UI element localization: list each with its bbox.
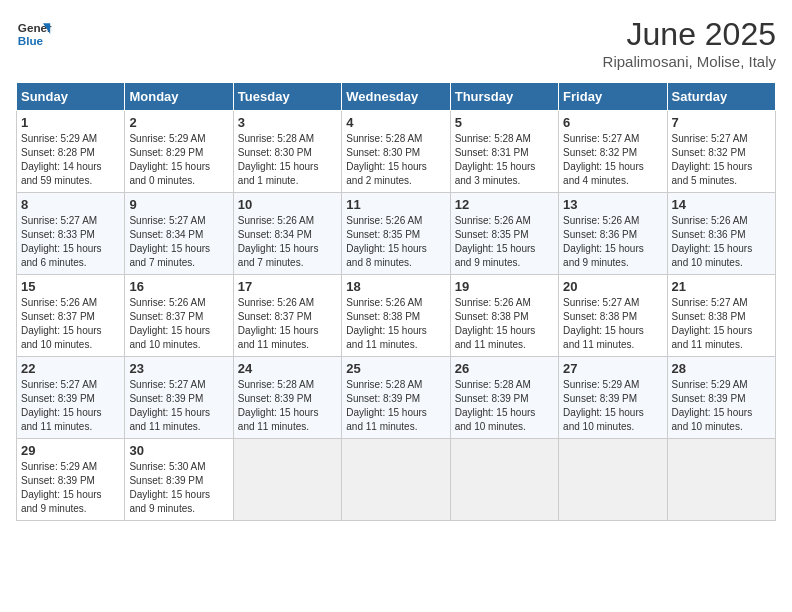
day-number: 24 [238,361,337,376]
day-number: 20 [563,279,662,294]
day-number: 21 [672,279,771,294]
weekday-header-monday: Monday [125,83,233,111]
day-number: 5 [455,115,554,130]
day-info: Sunrise: 5:29 AM Sunset: 8:39 PM Dayligh… [21,460,120,516]
calendar-title: June 2025 [603,16,776,53]
weekday-header-row: SundayMondayTuesdayWednesdayThursdayFrid… [17,83,776,111]
calendar-cell: 20Sunrise: 5:27 AM Sunset: 8:38 PM Dayli… [559,275,667,357]
day-number: 18 [346,279,445,294]
day-number: 14 [672,197,771,212]
day-number: 7 [672,115,771,130]
day-number: 23 [129,361,228,376]
calendar-cell: 19Sunrise: 5:26 AM Sunset: 8:38 PM Dayli… [450,275,558,357]
day-number: 4 [346,115,445,130]
day-info: Sunrise: 5:28 AM Sunset: 8:30 PM Dayligh… [346,132,445,188]
day-number: 26 [455,361,554,376]
weekday-header-tuesday: Tuesday [233,83,341,111]
calendar-cell: 3Sunrise: 5:28 AM Sunset: 8:30 PM Daylig… [233,111,341,193]
calendar-cell: 23Sunrise: 5:27 AM Sunset: 8:39 PM Dayli… [125,357,233,439]
calendar-cell [342,439,450,521]
day-info: Sunrise: 5:27 AM Sunset: 8:32 PM Dayligh… [563,132,662,188]
calendar-cell: 15Sunrise: 5:26 AM Sunset: 8:37 PM Dayli… [17,275,125,357]
calendar-cell: 10Sunrise: 5:26 AM Sunset: 8:34 PM Dayli… [233,193,341,275]
day-info: Sunrise: 5:26 AM Sunset: 8:37 PM Dayligh… [21,296,120,352]
day-number: 3 [238,115,337,130]
title-area: June 2025 Ripalimosani, Molise, Italy [603,16,776,70]
calendar-cell: 21Sunrise: 5:27 AM Sunset: 8:38 PM Dayli… [667,275,775,357]
day-info: Sunrise: 5:27 AM Sunset: 8:32 PM Dayligh… [672,132,771,188]
day-info: Sunrise: 5:28 AM Sunset: 8:31 PM Dayligh… [455,132,554,188]
day-number: 2 [129,115,228,130]
day-info: Sunrise: 5:26 AM Sunset: 8:38 PM Dayligh… [346,296,445,352]
calendar-subtitle: Ripalimosani, Molise, Italy [603,53,776,70]
calendar-cell: 26Sunrise: 5:28 AM Sunset: 8:39 PM Dayli… [450,357,558,439]
day-info: Sunrise: 5:29 AM Sunset: 8:39 PM Dayligh… [672,378,771,434]
day-info: Sunrise: 5:26 AM Sunset: 8:37 PM Dayligh… [129,296,228,352]
week-row-1: 1Sunrise: 5:29 AM Sunset: 8:28 PM Daylig… [17,111,776,193]
logo-icon: General Blue [16,16,52,52]
day-number: 10 [238,197,337,212]
day-number: 17 [238,279,337,294]
weekday-header-friday: Friday [559,83,667,111]
day-info: Sunrise: 5:27 AM Sunset: 8:38 PM Dayligh… [672,296,771,352]
day-info: Sunrise: 5:26 AM Sunset: 8:37 PM Dayligh… [238,296,337,352]
day-info: Sunrise: 5:29 AM Sunset: 8:28 PM Dayligh… [21,132,120,188]
calendar-cell: 12Sunrise: 5:26 AM Sunset: 8:35 PM Dayli… [450,193,558,275]
calendar-cell: 14Sunrise: 5:26 AM Sunset: 8:36 PM Dayli… [667,193,775,275]
calendar-cell: 7Sunrise: 5:27 AM Sunset: 8:32 PM Daylig… [667,111,775,193]
day-info: Sunrise: 5:26 AM Sunset: 8:34 PM Dayligh… [238,214,337,270]
day-info: Sunrise: 5:27 AM Sunset: 8:33 PM Dayligh… [21,214,120,270]
day-number: 12 [455,197,554,212]
calendar-cell: 30Sunrise: 5:30 AM Sunset: 8:39 PM Dayli… [125,439,233,521]
day-number: 8 [21,197,120,212]
weekday-header-thursday: Thursday [450,83,558,111]
calendar-cell: 11Sunrise: 5:26 AM Sunset: 8:35 PM Dayli… [342,193,450,275]
calendar-cell: 13Sunrise: 5:26 AM Sunset: 8:36 PM Dayli… [559,193,667,275]
day-info: Sunrise: 5:27 AM Sunset: 8:39 PM Dayligh… [21,378,120,434]
day-info: Sunrise: 5:28 AM Sunset: 8:39 PM Dayligh… [238,378,337,434]
calendar-cell: 16Sunrise: 5:26 AM Sunset: 8:37 PM Dayli… [125,275,233,357]
week-row-4: 22Sunrise: 5:27 AM Sunset: 8:39 PM Dayli… [17,357,776,439]
day-info: Sunrise: 5:26 AM Sunset: 8:36 PM Dayligh… [563,214,662,270]
calendar-cell: 9Sunrise: 5:27 AM Sunset: 8:34 PM Daylig… [125,193,233,275]
day-info: Sunrise: 5:26 AM Sunset: 8:36 PM Dayligh… [672,214,771,270]
day-info: Sunrise: 5:26 AM Sunset: 8:35 PM Dayligh… [455,214,554,270]
calendar-cell [450,439,558,521]
day-number: 13 [563,197,662,212]
day-number: 11 [346,197,445,212]
calendar-cell: 25Sunrise: 5:28 AM Sunset: 8:39 PM Dayli… [342,357,450,439]
weekday-header-wednesday: Wednesday [342,83,450,111]
day-info: Sunrise: 5:26 AM Sunset: 8:35 PM Dayligh… [346,214,445,270]
week-row-5: 29Sunrise: 5:29 AM Sunset: 8:39 PM Dayli… [17,439,776,521]
day-info: Sunrise: 5:28 AM Sunset: 8:39 PM Dayligh… [455,378,554,434]
day-number: 9 [129,197,228,212]
calendar-cell [559,439,667,521]
day-number: 16 [129,279,228,294]
week-row-2: 8Sunrise: 5:27 AM Sunset: 8:33 PM Daylig… [17,193,776,275]
calendar-cell: 28Sunrise: 5:29 AM Sunset: 8:39 PM Dayli… [667,357,775,439]
header: General Blue June 2025 Ripalimosani, Mol… [16,16,776,70]
day-number: 25 [346,361,445,376]
calendar-cell: 24Sunrise: 5:28 AM Sunset: 8:39 PM Dayli… [233,357,341,439]
day-info: Sunrise: 5:26 AM Sunset: 8:38 PM Dayligh… [455,296,554,352]
svg-text:Blue: Blue [18,34,44,47]
day-number: 22 [21,361,120,376]
day-info: Sunrise: 5:29 AM Sunset: 8:29 PM Dayligh… [129,132,228,188]
day-number: 27 [563,361,662,376]
logo: General Blue [16,16,52,52]
calendar-cell: 8Sunrise: 5:27 AM Sunset: 8:33 PM Daylig… [17,193,125,275]
day-number: 28 [672,361,771,376]
day-number: 15 [21,279,120,294]
week-row-3: 15Sunrise: 5:26 AM Sunset: 8:37 PM Dayli… [17,275,776,357]
day-info: Sunrise: 5:27 AM Sunset: 8:34 PM Dayligh… [129,214,228,270]
day-number: 1 [21,115,120,130]
day-info: Sunrise: 5:28 AM Sunset: 8:39 PM Dayligh… [346,378,445,434]
day-number: 29 [21,443,120,458]
day-number: 30 [129,443,228,458]
calendar-cell [667,439,775,521]
calendar-cell: 1Sunrise: 5:29 AM Sunset: 8:28 PM Daylig… [17,111,125,193]
day-info: Sunrise: 5:28 AM Sunset: 8:30 PM Dayligh… [238,132,337,188]
day-info: Sunrise: 5:27 AM Sunset: 8:38 PM Dayligh… [563,296,662,352]
day-number: 6 [563,115,662,130]
day-info: Sunrise: 5:27 AM Sunset: 8:39 PM Dayligh… [129,378,228,434]
